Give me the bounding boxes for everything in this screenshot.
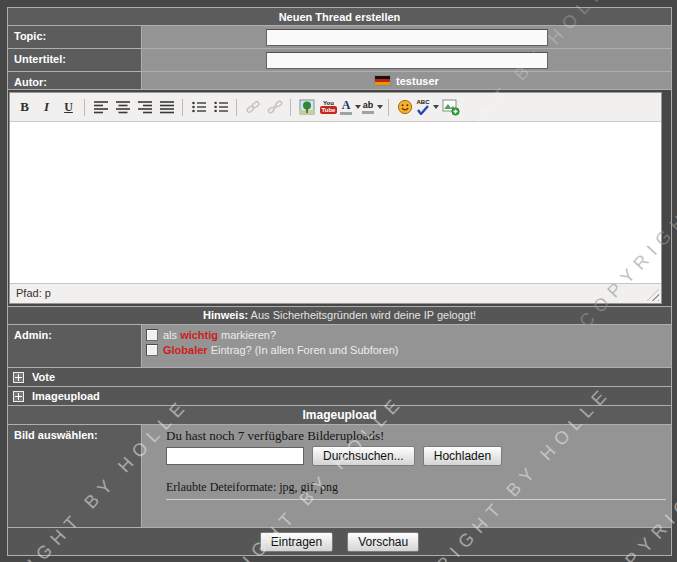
spellcheck-icon: ABC xyxy=(416,99,430,115)
hinweis-text: Aus Sicherheitsgründen wird deine IP gel… xyxy=(248,309,476,321)
admin-label: Admin: xyxy=(8,325,142,367)
browse-button[interactable]: Durchsuchen... xyxy=(312,446,415,466)
numbered-list-icon xyxy=(213,99,229,115)
imageupload-section-label: Imageupload xyxy=(32,390,100,402)
vote-section-toggle[interactable]: Vote xyxy=(8,368,671,387)
align-center-icon xyxy=(115,99,131,115)
spellcheck-button[interactable]: ABC xyxy=(416,97,439,117)
editor-toolbar: B I U xyxy=(10,93,661,121)
file-upload-line: Durchsuchen... Hochladen xyxy=(166,446,666,466)
resize-handle[interactable] xyxy=(647,289,659,301)
toolbar-separator xyxy=(388,99,389,116)
bold-icon: B xyxy=(20,99,29,115)
link-icon xyxy=(245,99,261,115)
upload-info-text: Du hast noch 7 verfügbare Bilderuploads! xyxy=(166,428,666,444)
submit-button[interactable]: Eintragen xyxy=(260,532,333,552)
divider xyxy=(166,499,666,500)
imageupload-header: Imageupload xyxy=(8,406,671,425)
expand-plus-icon[interactable] xyxy=(13,391,24,402)
expand-plus-icon[interactable] xyxy=(13,372,24,383)
form-title: Neuen Thread erstellen xyxy=(8,8,671,26)
image-tree-icon xyxy=(299,99,315,115)
topic-row: Topic: xyxy=(8,26,671,49)
align-right-icon xyxy=(137,99,153,115)
font-color-icon: A xyxy=(340,100,352,115)
align-left-icon xyxy=(93,99,109,115)
bild-label: Bild auswählen: xyxy=(8,425,142,527)
italic-icon: I xyxy=(44,99,49,115)
editor-content-area[interactable] xyxy=(10,121,661,283)
editor-row: B I U xyxy=(8,90,671,307)
bold-button[interactable]: B xyxy=(14,97,35,117)
untertitel-label: Untertitel: xyxy=(8,49,142,71)
align-justify-button[interactable] xyxy=(156,97,177,117)
image-upload-button[interactable] xyxy=(440,97,461,117)
rich-text-editor: B I U xyxy=(9,92,662,304)
underline-button[interactable]: U xyxy=(58,97,79,117)
topic-label: Topic: xyxy=(8,26,142,48)
youtube-icon: You Tube xyxy=(320,100,338,114)
align-center-button[interactable] xyxy=(112,97,133,117)
toolbar-separator xyxy=(84,99,85,116)
align-justify-icon xyxy=(159,99,175,115)
global-option-label: Globaler Eintrag? (In allen Foren und Su… xyxy=(163,344,398,356)
hinweis-label: Hinweis: xyxy=(203,309,248,321)
highlight-icon: ab xyxy=(362,101,374,114)
upload-button[interactable]: Hochladen xyxy=(423,446,502,466)
imageupload-section-toggle[interactable]: Imageupload xyxy=(8,387,671,406)
underline-icon: U xyxy=(64,100,73,115)
toolbar-separator xyxy=(290,99,291,116)
untertitel-row: Untertitel: xyxy=(8,49,671,72)
bullet-list-button[interactable] xyxy=(188,97,209,117)
german-flag-icon xyxy=(374,75,391,86)
allowed-formats-text: Erlaubte Deteiformate: jpg, gif, png xyxy=(166,480,666,495)
admin-row: Admin: als wichtig markieren? Globaler E… xyxy=(8,325,671,368)
important-option-label: als wichtig markieren? xyxy=(163,329,276,341)
global-option: Globaler Eintrag? (In allen Foren und Su… xyxy=(146,344,671,356)
preview-button[interactable]: Vorschau xyxy=(347,532,419,552)
bild-row: Bild auswählen: Du hast noch 7 verfügbar… xyxy=(8,425,671,528)
bullet-list-icon xyxy=(191,99,207,115)
remove-link-button[interactable] xyxy=(264,97,285,117)
important-checkbox[interactable] xyxy=(146,329,158,341)
topic-input[interactable] xyxy=(266,29,548,46)
spellcheck-caret-icon xyxy=(433,105,439,109)
autor-name: testuser xyxy=(396,75,439,87)
vote-section-label: Vote xyxy=(32,371,55,383)
align-right-button[interactable] xyxy=(134,97,155,117)
insert-link-button[interactable] xyxy=(242,97,263,117)
toolbar-separator xyxy=(182,99,183,116)
new-thread-form: Neuen Thread erstellen Topic: Untertitel… xyxy=(7,7,672,556)
youtube-button[interactable]: You Tube xyxy=(318,97,339,117)
smiley-button[interactable] xyxy=(394,97,415,117)
autor-label: Autor: xyxy=(8,72,142,89)
highlight-caret-icon xyxy=(377,105,383,109)
insert-image-button[interactable] xyxy=(296,97,317,117)
smiley-icon xyxy=(397,99,413,115)
file-path-input[interactable] xyxy=(166,447,304,465)
highlight-color-button[interactable]: ab xyxy=(362,97,383,117)
font-color-button[interactable]: A xyxy=(340,97,361,117)
font-color-caret-icon xyxy=(355,105,361,109)
editor-path-text: Pfad: p xyxy=(16,287,51,299)
numbered-list-button[interactable] xyxy=(210,97,231,117)
editor-path-bar: Pfad: p xyxy=(10,283,661,303)
italic-button[interactable]: I xyxy=(36,97,57,117)
unlink-icon xyxy=(267,99,283,115)
global-checkbox[interactable] xyxy=(146,344,158,356)
important-option: als wichtig markieren? xyxy=(146,329,671,341)
page: Neuen Thread erstellen Topic: Untertitel… xyxy=(0,0,677,562)
hinweis-bar: Hinweis: Aus Sicherheitsgründen wird dei… xyxy=(8,307,671,325)
toolbar-separator xyxy=(236,99,237,116)
image-add-icon xyxy=(442,99,460,116)
untertitel-input[interactable] xyxy=(266,52,548,69)
align-left-button[interactable] xyxy=(90,97,111,117)
footer-bar: Eintragen Vorschau xyxy=(8,528,671,555)
autor-row: Autor: testuser xyxy=(8,72,671,90)
